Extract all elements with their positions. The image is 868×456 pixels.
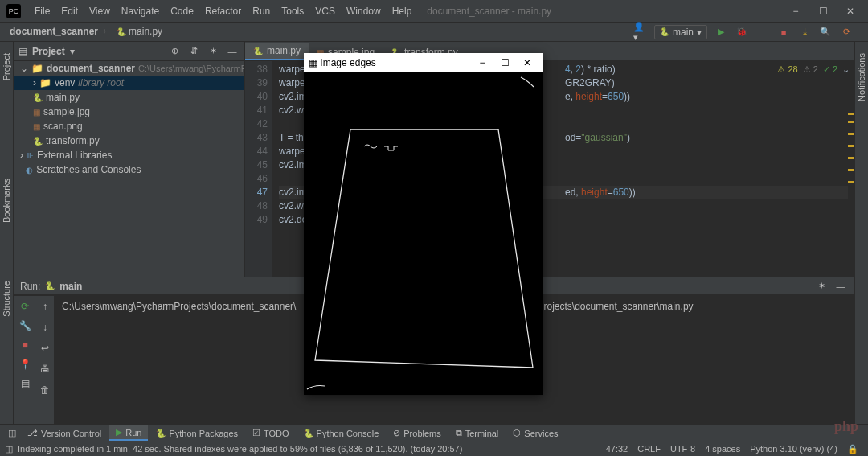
settings-icon[interactable]: ✶	[206, 44, 220, 59]
more-run-icon[interactable]: ⋯	[755, 25, 770, 39]
tree-external-libs[interactable]: › ⊪ External Libraries	[14, 148, 244, 162]
tool-services[interactable]: ⬡Services	[506, 426, 564, 440]
close-icon[interactable]: ✕	[839, 3, 862, 19]
breadcrumb-file[interactable]: main.py	[129, 26, 162, 37]
tree-root[interactable]: ⌄ 📁 document_scanner C:\Users\mwang\Pych…	[14, 61, 244, 76]
tool-python-console[interactable]: 🐍Python Console	[297, 427, 386, 440]
status-encoding[interactable]: UTF-8	[665, 444, 700, 454]
window-controls: − ☐ ✕	[784, 3, 862, 19]
left-tool-stripe: Project Bookmarks Structure	[0, 42, 14, 424]
status-bar: ◫ Indexing completed in 1 min, 42 sec. S…	[0, 442, 868, 456]
project-tree: ▤ Project ▾ ⊕ ⇵ ✶ — ⌄ 📁 document_scanner…	[14, 42, 245, 277]
rerun-icon[interactable]: ⟳	[21, 301, 29, 312]
watermark-php: php	[834, 418, 858, 435]
opencv-titlebar[interactable]: ▦ Image edges − ☐ ✕	[304, 53, 543, 72]
layout-icon[interactable]: ▤	[21, 378, 30, 389]
tree-venv[interactable]: › 📁 venv library root	[14, 76, 244, 90]
menu-navigate[interactable]: Navigate	[116, 6, 165, 17]
menu-help[interactable]: Help	[387, 6, 418, 17]
run-side-toolbar: ⟳ 🔧 ■ 📍 ▤	[14, 296, 36, 424]
status-indexing-icon: ◫	[5, 444, 13, 454]
minimize-icon[interactable]: −	[471, 57, 493, 68]
status-interpreter[interactable]: Python 3.10 (venv) (4)	[745, 444, 842, 454]
tool-todo[interactable]: ☑TODO	[246, 426, 296, 440]
stop-icon[interactable]: ■	[22, 339, 27, 351]
maximize-icon[interactable]: ☐	[812, 3, 834, 19]
wrap-icon[interactable]: ↩	[41, 343, 49, 354]
tool-terminal[interactable]: ⧉Terminal	[449, 426, 506, 440]
hide-icon[interactable]: —	[225, 44, 240, 59]
expand-icon[interactable]: ⇵	[186, 44, 201, 59]
trash-icon[interactable]: 🗑	[40, 384, 50, 396]
update-icon[interactable]: ⟳	[839, 25, 854, 39]
gear-icon[interactable]: ✶	[814, 279, 829, 294]
tool-python-packages[interactable]: 🐍Python Packages	[149, 427, 244, 440]
menu-refactor[interactable]: Refactor	[199, 6, 247, 17]
down-icon[interactable]: ↓	[43, 322, 47, 333]
editor-gutter: 3839404142 43444546 474849	[245, 61, 272, 277]
inspection-widget[interactable]: ⚠ 28 ⚠ 2 ✓ 2 ⌄	[777, 63, 850, 76]
bookmarks-tool-button[interactable]: Bookmarks	[2, 174, 11, 228]
status-caret-pos[interactable]: 47:32	[601, 444, 633, 454]
user-icon[interactable]: 👤▾	[633, 25, 648, 39]
window-icon[interactable]: ◫	[5, 426, 19, 441]
editor-tab-main[interactable]: 🐍main.py	[245, 43, 309, 60]
git-icon[interactable]: ⤓	[797, 25, 812, 39]
run-button-icon[interactable]: ▶	[714, 25, 728, 39]
menu-view[interactable]: View	[84, 6, 116, 17]
tree-scratches[interactable]: ◐ Scratches and Consoles	[14, 162, 244, 177]
tool-problems[interactable]: ⊘Problems	[387, 426, 447, 440]
pin-icon[interactable]: 📍	[19, 359, 31, 370]
target-icon[interactable]: ⊕	[167, 44, 182, 59]
menu-file[interactable]: File	[29, 6, 55, 17]
checks-icon[interactable]: ✓ 2	[823, 63, 837, 76]
status-message: Indexing completed in 1 min, 42 sec. Sha…	[13, 444, 467, 454]
error-stripe[interactable]	[846, 80, 854, 277]
menu-edit[interactable]: Edit	[55, 6, 84, 17]
tree-transform-py[interactable]: 🐍 transform.py	[14, 134, 244, 148]
menu-run[interactable]: Run	[247, 6, 276, 17]
weak-warnings-icon[interactable]: ⚠ 2	[803, 63, 818, 76]
status-indent[interactable]: 4 spaces	[700, 444, 745, 454]
window-title: document_scanner - main.py	[427, 6, 551, 17]
hide-icon[interactable]: —	[833, 279, 848, 294]
tool-run[interactable]: ▶Run	[109, 425, 148, 441]
search-icon[interactable]: 🔍	[818, 25, 833, 39]
right-tool-stripe: Notifications	[854, 42, 868, 424]
minimize-icon[interactable]: −	[784, 3, 807, 19]
opencv-app-icon: ▦	[309, 57, 317, 68]
tree-sample-jpg[interactable]: ▦ sample.jpg	[14, 105, 244, 119]
chevron-down-icon[interactable]: ⌄	[842, 63, 850, 76]
breadcrumb-root[interactable]: document_scanner	[10, 26, 98, 37]
opencv-window[interactable]: ▦ Image edges − ☐ ✕	[304, 53, 543, 395]
notifications-tool-button[interactable]: Notifications	[857, 48, 866, 106]
run-config-label: main	[59, 281, 82, 292]
breadcrumb[interactable]: document_scanner 〉 🐍 main.py	[6, 25, 166, 39]
up-icon[interactable]: ↑	[43, 301, 47, 312]
lock-icon[interactable]: 🔒	[842, 444, 863, 454]
bottom-tool-bar: ◫ ⎇Version Control ▶Run 🐍Python Packages…	[0, 424, 868, 442]
run-side-toolbar-2: ↑ ↓ ↩ 🖶 🗑	[36, 296, 54, 424]
menu-vcs[interactable]: VCS	[309, 6, 341, 17]
tree-main-py[interactable]: 🐍 main.py	[14, 90, 244, 105]
print-icon[interactable]: 🖶	[40, 364, 50, 375]
close-icon[interactable]: ✕	[516, 57, 538, 68]
tree-scan-png[interactable]: ▦ scan.png	[14, 119, 244, 134]
run-config-name: main	[673, 27, 694, 38]
python-file-icon: 🐍	[117, 27, 126, 36]
tool-version-control[interactable]: ⎇Version Control	[21, 426, 108, 440]
debug-button-icon[interactable]: 🐞	[735, 25, 749, 39]
project-tool-title: Project	[32, 46, 65, 57]
maximize-icon[interactable]: ☐	[493, 57, 516, 68]
menu-window[interactable]: Window	[341, 6, 387, 17]
run-config-selector[interactable]: 🐍 main ▾	[654, 25, 707, 39]
structure-tool-button[interactable]: Structure	[2, 276, 11, 322]
warnings-icon[interactable]: ⚠ 28	[777, 63, 797, 76]
wrench-icon[interactable]: 🔧	[19, 320, 31, 331]
project-tool-button[interactable]: Project	[2, 48, 11, 85]
menu-code[interactable]: Code	[165, 6, 199, 17]
stop-button-icon[interactable]: ■	[776, 25, 791, 39]
status-line-sep[interactable]: CRLF	[633, 444, 665, 454]
menu-tools[interactable]: Tools	[276, 6, 309, 17]
navigation-bar: document_scanner 〉 🐍 main.py 👤▾ 🐍 main ▾…	[0, 23, 868, 42]
